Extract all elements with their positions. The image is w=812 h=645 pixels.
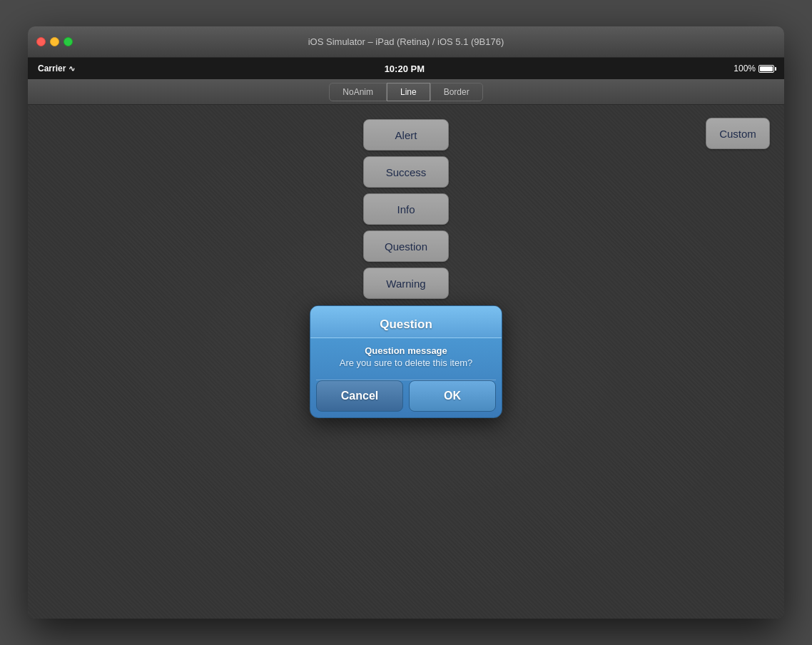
dialog-message-line2: Are you sure to delete this item? (322, 357, 490, 368)
dialog-cancel-button[interactable]: Cancel (316, 380, 403, 412)
dialog-ok-button[interactable]: OK (409, 380, 496, 412)
tab-line[interactable]: Line (387, 83, 430, 101)
traffic-lights (28, 37, 73, 46)
battery-percent: 100% (734, 64, 756, 73)
time-display: 10:20 PM (385, 64, 425, 74)
dialog-title: Question (322, 318, 490, 332)
status-bar: Carrier ∿ 10:20 PM 100% (28, 58, 784, 79)
dialog-overlay: Question Question message Are you sure t… (28, 105, 784, 619)
wifi-icon: ∿ (68, 64, 75, 73)
battery-fill (760, 66, 773, 71)
title-bar: iOS Simulator – iPad (Retina) / iOS 5.1 … (28, 26, 784, 58)
dialog-message-line1: Question message (322, 345, 490, 356)
dialog-header: Question (310, 306, 502, 338)
segmented-control: NoAnim Line Border (28, 79, 784, 105)
close-button[interactable] (36, 37, 46, 46)
minimize-button[interactable] (50, 37, 59, 46)
window-title: iOS Simulator – iPad (Retina) / iOS 5.1 … (308, 36, 504, 47)
carrier-label: Carrier (38, 64, 66, 73)
maximize-button[interactable] (64, 37, 73, 46)
carrier-info: Carrier ∿ (38, 64, 75, 73)
tab-noanim[interactable]: NoAnim (329, 83, 387, 101)
mac-window: iOS Simulator – iPad (Retina) / iOS 5.1 … (28, 26, 784, 619)
dialog-buttons: Cancel OK (316, 380, 496, 412)
battery-area: 100% (734, 64, 774, 73)
tab-border[interactable]: Border (430, 83, 483, 101)
ipad-content: Alert Success Info Question Warning Cust… (28, 105, 784, 619)
dialog-body: Question message Are you sure to delete … (310, 338, 502, 380)
alert-dialog: Question Question message Are you sure t… (310, 305, 502, 418)
battery-icon (758, 65, 774, 73)
